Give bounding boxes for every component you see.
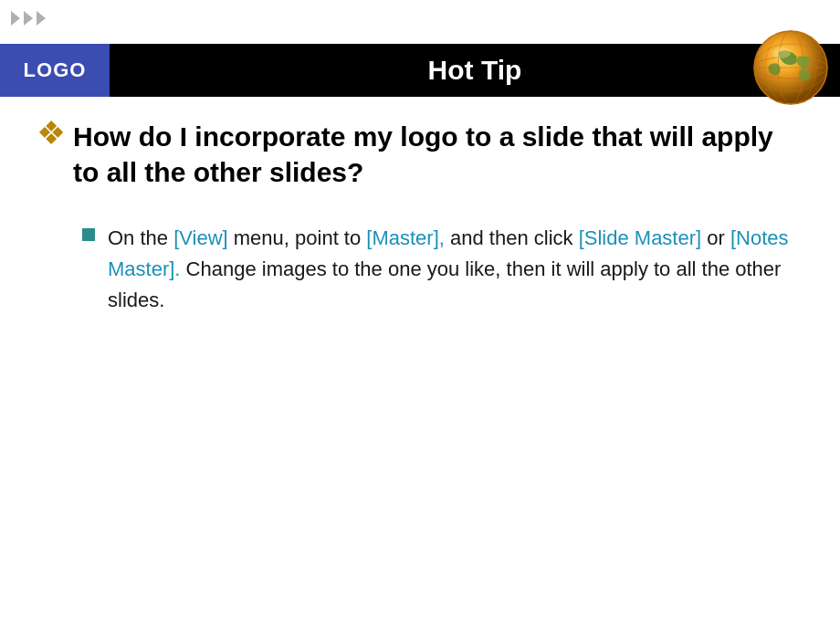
- header-bar: LOGO Hot Tip: [0, 44, 840, 97]
- nav-arrow-2[interactable]: [24, 11, 33, 26]
- answer-text: On the [View] menu, point to [Master], a…: [108, 223, 803, 316]
- globe-icon: [751, 27, 831, 108]
- question-block: ❖ How do I incorporate my logo to a slid…: [37, 119, 803, 190]
- diamond-bullet-icon: ❖: [37, 117, 66, 150]
- logo-box: LOGO: [0, 44, 110, 97]
- header-title: Hot Tip: [110, 55, 840, 86]
- nav-arrow-3[interactable]: [37, 11, 46, 26]
- square-bullet-icon: [82, 228, 95, 241]
- main-content: ❖ How do I incorporate my logo to a slid…: [37, 119, 803, 612]
- highlight-master: [Master],: [366, 226, 445, 249]
- highlight-view: [View]: [173, 226, 228, 249]
- question-text: How do I incorporate my logo to a slide …: [73, 119, 803, 190]
- answer-block: On the [View] menu, point to [Master], a…: [82, 223, 803, 316]
- logo-label: LOGO: [24, 58, 87, 82]
- nav-arrows[interactable]: [11, 11, 46, 26]
- highlight-slide-master: [Slide Master]: [579, 226, 702, 249]
- nav-arrow-1[interactable]: [11, 11, 20, 26]
- svg-point-6: [772, 47, 791, 58]
